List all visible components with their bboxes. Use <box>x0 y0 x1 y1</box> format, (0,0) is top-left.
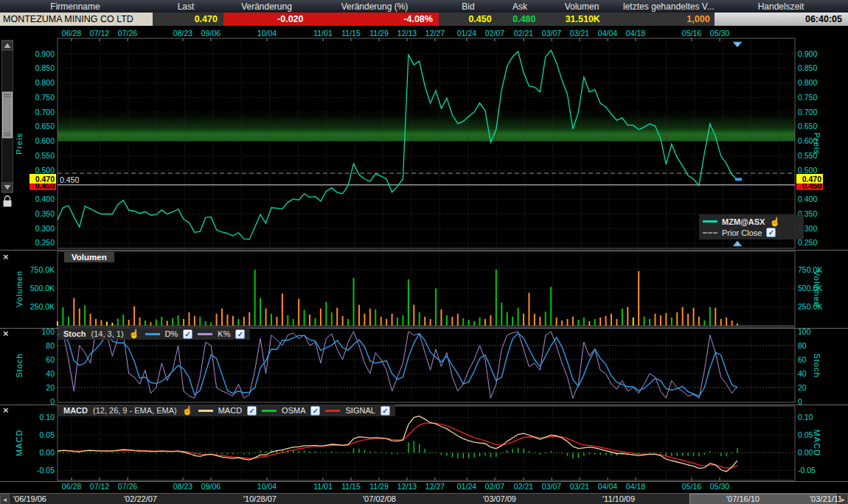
axis-tick-label: 11/01 <box>313 29 333 38</box>
axis-title: Preis <box>15 133 24 155</box>
col-header-trade-time: Handelszeit <box>714 1 848 12</box>
axis-tick-label: 07/12 <box>90 29 109 38</box>
axis-tick-label: 0.700 <box>798 108 817 116</box>
axis-tick-label: 08/23 <box>173 482 192 491</box>
price-series-label: MZM@ASX <box>722 217 765 226</box>
last-price-marker <box>735 178 742 181</box>
signal-label: SIGNAL <box>345 406 375 415</box>
axis-tick-label: 80 <box>46 341 55 350</box>
bid-price: 0.450 <box>439 13 501 26</box>
close-macd-panel-icon[interactable]: × <box>3 405 9 416</box>
col-header-company: Firmenname <box>0 1 150 12</box>
prior-close-label: Prior Close <box>722 228 762 237</box>
signal-sample <box>325 410 340 412</box>
stoch-k-checkbox[interactable] <box>235 329 245 339</box>
quote-header-row: Firmenname Last Veränderung Veränderung … <box>0 0 848 13</box>
axis-tick-label: 05/16 <box>682 29 701 38</box>
axis-tick-label: 0.700 <box>35 108 55 116</box>
stoch-k-label: K% <box>218 329 230 338</box>
axis-tick-label: 11/15 <box>341 482 361 491</box>
axis-tick-label: -0.05 <box>798 466 816 475</box>
axis-tick-label: 04/18 <box>626 482 645 491</box>
axis-tick-label: 0.350 <box>35 209 55 218</box>
col-header-change: Veränderung <box>221 1 312 12</box>
osma-checkbox[interactable] <box>310 406 320 416</box>
axis-tick-label: 0.10 <box>798 413 813 421</box>
timeline-stamp: '03/07/09 <box>483 494 516 503</box>
lock-icon[interactable] <box>4 196 12 207</box>
col-header-volume: Volumen <box>541 1 623 12</box>
axis-tick-label: 60 <box>798 355 807 364</box>
axis-tick-label: 0.900 <box>798 49 817 58</box>
axis-tick-label: 03/21 <box>570 482 589 491</box>
price-legend[interactable]: MZM@ASX Prior Close <box>699 214 804 239</box>
axis-title: Preis <box>813 133 821 155</box>
axis-tick-label: 20 <box>798 383 807 392</box>
axis-tick-label: 03/21 <box>570 29 589 38</box>
prior-close-checkbox[interactable] <box>766 228 776 237</box>
axis-tick-label: 0.750 <box>798 93 817 102</box>
chart-area[interactable]: 0.4500.2500.2500.3000.3000.3500.3500.400… <box>0 0 848 504</box>
stoch-k-sample <box>198 333 212 335</box>
drag-hand-icon[interactable] <box>129 329 140 339</box>
axis-tick-label: 0.400 <box>798 195 817 203</box>
timeline-scrollbar[interactable]: ◄ '06/19/06'02/22/07'10/28/07'07/02/08'0… <box>0 493 848 504</box>
timeline-stamp: '06/19/06 <box>13 494 46 503</box>
axis-tick-label: 02/21 <box>514 482 533 491</box>
left-arrow-icon: ◄ <box>2 497 8 503</box>
axis-title: Stoch <box>813 353 821 377</box>
timeline-stamp: '07/02/08 <box>363 494 396 503</box>
axis-tick-label: 0.05 <box>40 430 55 439</box>
axis-tick-label: 07/26 <box>118 482 137 491</box>
drag-hand-icon[interactable] <box>182 405 193 416</box>
axis-tick-label: 0.500 <box>798 166 817 175</box>
axis-tick-label: 02/21 <box>514 29 533 38</box>
stoch-d-checkbox[interactable] <box>183 329 192 339</box>
axis-title: Volumen <box>15 270 24 307</box>
drag-hand-icon[interactable] <box>769 217 780 227</box>
axis-tick-label: 100 <box>41 327 55 336</box>
quote-row[interactable]: MONTEZUMA MINING CO LTD 0.470 -0.020 -4.… <box>0 13 848 26</box>
timeline-left-button[interactable]: ◄ <box>0 494 10 504</box>
axis-tick-label: 11/15 <box>341 29 361 38</box>
macd-params: (12, 26, 9 - EMA, EMA) <box>93 406 177 415</box>
axis-tick-label: 12/13 <box>397 29 417 38</box>
last-price: 0.470 <box>153 13 223 26</box>
macd-checkbox[interactable] <box>247 406 257 416</box>
axis-tick-label: 40 <box>798 369 807 378</box>
macd-legend[interactable]: MACD (12, 26, 9 - EMA, EMA) MACD OSMA SI… <box>58 405 395 416</box>
col-header-change-pct: Veränderung (%) <box>312 1 437 12</box>
close-stoch-panel-icon[interactable]: × <box>3 328 9 339</box>
axis-tick-label: 0.10 <box>40 413 55 421</box>
ask-price: 0.480 <box>501 13 542 26</box>
axis-tick-label: 10/04 <box>257 482 277 491</box>
col-header-bid: Bid <box>437 1 499 12</box>
price-change: -0.020 <box>223 13 314 26</box>
total-volume: 31.510K <box>541 13 624 26</box>
axis-tick-label: 80 <box>798 341 807 350</box>
axis-tick-label: 05/16 <box>682 482 701 491</box>
axis-tick-label: 250.0K <box>30 302 55 311</box>
stoch-legend[interactable]: Stoch (14, 3, 1) D% K% <box>58 328 250 340</box>
timeline-stamp: '02/22/07 <box>124 494 157 503</box>
signal-checkbox[interactable] <box>380 406 390 416</box>
macd-line-sample <box>198 410 213 412</box>
stoch-params: (14, 3, 1) <box>91 329 124 338</box>
axis-tick-label: 12/13 <box>397 482 417 491</box>
vscroll-thumb[interactable] <box>3 92 13 138</box>
timeline-stamp: '11/10/09 <box>602 494 635 503</box>
axis-tick-label: 0.600 <box>35 136 55 145</box>
close-volume-panel-icon[interactable]: × <box>3 251 9 262</box>
timeline-track[interactable]: '06/19/06'02/22/07'10/28/07'07/02/08'03/… <box>10 494 838 504</box>
axis-tick-label: 0 <box>50 397 55 406</box>
axis-tick-label: 0.750 <box>35 93 55 102</box>
trading-terminal: Firmenname Last Veränderung Veränderung … <box>0 0 848 504</box>
prior-close-sample <box>703 232 717 234</box>
macd-line-label: MACD <box>218 406 242 415</box>
axis-tick-label: 06/28 <box>62 29 81 38</box>
bid-line-label: 0.450 <box>60 175 79 184</box>
axis-tick-label: 11/29 <box>369 29 389 38</box>
axis-tick-label: 07/12 <box>90 482 109 491</box>
axis-title: Volumen <box>813 270 821 307</box>
axis-tick-label: 0.250 <box>35 238 55 247</box>
